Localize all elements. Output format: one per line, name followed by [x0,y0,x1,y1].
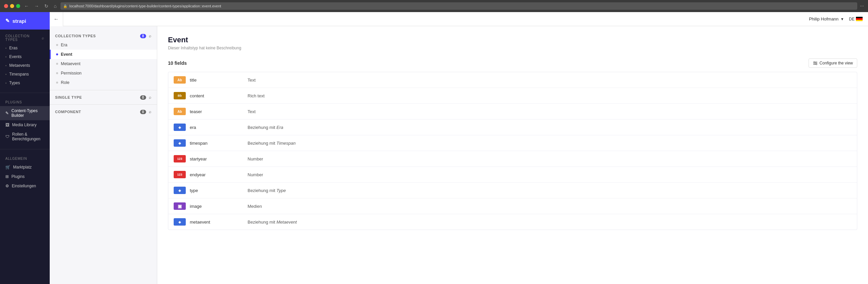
user-menu[interactable]: Philip Hofmann ▾ [809,17,843,22]
settings-icon: ⚙ [5,184,9,188]
sidebar-item-metaevents[interactable]: Metaevents [0,61,50,70]
field-name: startyear [190,156,244,161]
panel-item-dot [56,44,58,46]
field-name: era [190,125,244,130]
table-row: ◈ era Beziehung mit Era [168,120,857,135]
sidebar-plugins-title: PLUGINS [0,96,50,106]
minimize-btn[interactable] [10,4,14,8]
field-name: teaser [190,109,244,114]
collection-types-badge: 8 [140,34,146,38]
field-type: Number [248,156,263,161]
sidebar-item-label: Eras [9,46,18,50]
panel-item-era[interactable]: Era [50,40,157,50]
configure-icon [813,61,817,65]
user-name: Philip Hofmann [809,17,838,22]
sidebar-general-title: ALLGEMEIN [0,152,50,162]
field-name: content [190,93,244,98]
content-area: Event Dieser Inhaltstyp hat keine Beschr… [157,26,868,284]
sidebar-item-timespans[interactable]: Timespans [0,70,50,78]
media-library-icon: 🖼 [5,123,9,127]
svg-point-5 [816,64,817,65]
panel-single-search-icon[interactable]: ⌕ [149,95,152,100]
configure-view-button[interactable]: Configure the view [809,58,857,68]
lock-icon: 🔒 [63,4,67,8]
extensions-icon: ⋯ [860,4,864,8]
sidebar-collection-types-section: COLLECTION TYPES ⌕ Eras Events Metaevent… [0,30,50,87]
component-badge: 0 [140,110,146,114]
sidebar-item-label: Timespans [9,72,29,76]
field-type: Medien [248,204,262,209]
sidebar-logo: ✎ strapi [0,12,50,30]
back-button[interactable]: ← [50,12,63,26]
panel-collection-types-header: COLLECTION TYPES 8 ⌕ [50,32,157,40]
table-row: ◈ type Beziehung mit Type [168,183,857,198]
forward-nav-btn[interactable]: → [33,3,40,9]
sidebar-item-content-types-builder[interactable]: ✎ Content-Types Builder [0,106,50,120]
panel-collection-types: COLLECTION TYPES 8 ⌕ Era Event Metae [50,32,157,87]
panel-component-search-icon[interactable]: ⌕ [149,109,152,114]
language-selector[interactable]: DE [849,17,863,22]
panel-divider-2 [50,104,157,105]
panel-item-label: Permission [61,71,82,75]
plugins-icon: ⊞ [5,174,9,179]
logo-icon: ✎ [5,18,10,24]
panel-item-dot [56,82,58,84]
fields-table: Ab title Text Bb content Rich text Ab te… [168,72,857,230]
panel-single-types-header: SINGLE TYPE 0 ⌕ [50,93,157,102]
sidebar-item-marketplace[interactable]: 🛒 Marktplatz [0,162,50,172]
field-badge-relation: ◈ [174,187,186,194]
sidebar-item-events[interactable]: Events [0,52,50,61]
lang-code: DE [849,17,855,22]
panel-item-dot [56,63,58,65]
panel-collection-search-icon[interactable]: ⌕ [149,34,152,38]
configure-btn-label: Configure the view [819,61,853,65]
sidebar-item-types[interactable]: Types [0,78,50,87]
marketplace-icon: 🛒 [5,165,10,169]
sidebar-item-settings[interactable]: ⚙ Einstellungen [0,181,50,191]
panel-item-event[interactable]: Event [50,50,157,59]
close-btn[interactable] [4,4,8,8]
table-row: 123 startyear Number [168,151,857,167]
maximize-btn[interactable] [16,4,20,8]
panel-item-metaevent[interactable]: Metaevent [50,59,157,68]
table-row: Bb content Rich text [168,88,857,104]
sidebar-item-eras[interactable]: Eras [0,44,50,52]
field-name: timespan [190,141,244,146]
sidebar-item-label: Types [9,81,20,85]
sidebar-item-media-library[interactable]: 🖼 Media Library [0,120,50,130]
table-row: Ab teaser Text [168,104,857,120]
refresh-btn[interactable]: ↻ [43,3,50,9]
back-nav-btn[interactable]: ← [23,3,30,9]
sidebar-item-roles[interactable]: 🛡 Rollen & Berechtigungen [0,130,50,144]
field-type-em: Era [276,125,283,130]
field-type: Text [248,109,256,114]
field-type: Beziehung mit Era [248,125,283,130]
panel-item-role[interactable]: Role [50,78,157,87]
field-badge-text: Ab [174,76,186,84]
sidebar-divider-2 [0,149,50,149]
browser-controls [4,4,20,8]
field-name: endyear [190,172,244,177]
sidebar-item-plugins[interactable]: ⊞ Plugins [0,172,50,181]
sidebar-general-section: ALLGEMEIN 🛒 Marktplatz ⊞ Plugins ⚙ Einst… [0,152,50,191]
table-row: Ab title Text [168,72,857,88]
panel-components-header: COMPONENT 0 ⌕ [50,107,157,116]
field-type: Beziehung mit Metaevent [248,220,297,225]
main-area: COLLECTION TYPES 8 ⌕ Era Event Metae [50,26,868,284]
content-types-icon: ✎ [5,111,9,116]
sidebar-divider-1 [0,93,50,93]
fields-header: 10 fields Configure the view [168,58,857,68]
field-badge-number: 123 [174,155,186,162]
user-chevron-icon: ▾ [841,17,843,22]
flag-icon [856,17,863,21]
sidebar-item-label: Marktplatz [13,165,32,169]
content-subtitle: Dieser Inhaltstyp hat keine Beschreibung [168,46,857,50]
panel-components-title: COMPONENT [55,110,81,114]
home-btn[interactable]: ⌂ [53,3,58,9]
address-bar[interactable]: 🔒 localhost:7000/dashboard/plugins/conte… [60,2,857,10]
panel-item-permission[interactable]: Permission [50,68,157,78]
sidebar-collection-search-icon[interactable]: ⌕ [42,36,44,40]
panel-divider-1 [50,90,157,90]
logo-text: strapi [12,18,26,24]
field-name: title [190,77,244,83]
